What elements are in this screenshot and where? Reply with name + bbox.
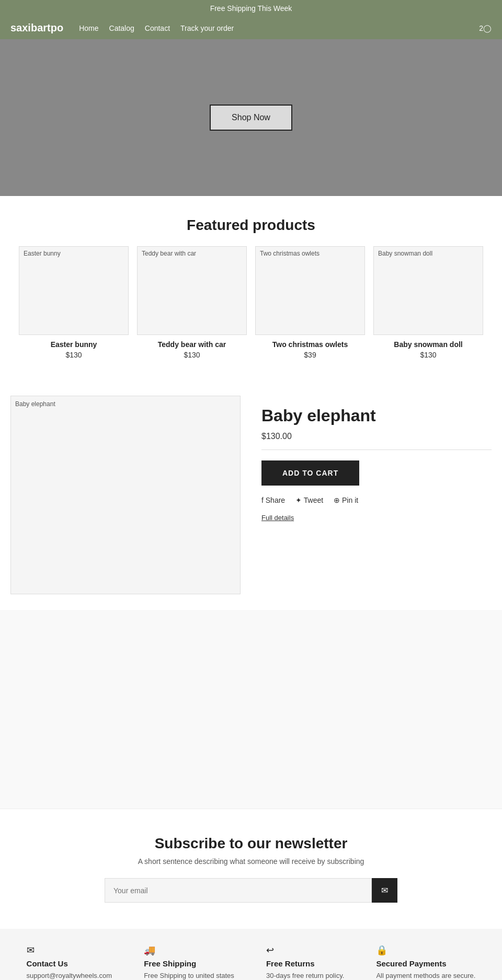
product-name-4: Baby snowman doll	[373, 340, 483, 349]
product-card-3[interactable]: Two christmas owlets Two christmas owlet…	[255, 246, 365, 359]
product-image-4: Baby snowman doll	[373, 246, 483, 335]
product-card-1[interactable]: Easter bunny Easter bunny $130	[19, 246, 129, 359]
share-twitter[interactable]: ✦ Tweet	[295, 496, 323, 504]
nav-links: Home Catalog Contact Track your order	[79, 24, 234, 32]
product-image-1: Easter bunny	[19, 246, 129, 335]
newsletter-submit-button[interactable]: ✉	[372, 878, 397, 903]
product-name-3: Two christmas owlets	[255, 340, 365, 349]
payments-icon: 🔒	[376, 944, 475, 956]
newsletter-email-input[interactable]	[105, 878, 372, 903]
products-grid: Easter bunny Easter bunny $130 Teddy bea…	[10, 246, 492, 359]
product-card-2[interactable]: Teddy bear with car Teddy bear with car …	[137, 246, 247, 359]
newsletter-title: Subscribe to our newsletter	[10, 835, 492, 852]
product-detail-image: Baby elephant	[10, 396, 241, 594]
trust-returns: ↩ Free Returns 30-days free return polic…	[266, 944, 344, 980]
share-pinterest[interactable]: ⊕ Pin it	[334, 496, 358, 504]
nav-link-track[interactable]: Track your order	[180, 24, 234, 32]
product-extra-area	[0, 610, 502, 809]
nav-link-home[interactable]: Home	[79, 24, 98, 32]
nav-cart[interactable]: 2◯	[479, 24, 492, 32]
newsletter-subtitle: A short sentence describing what someone…	[10, 857, 492, 866]
trust-contact-title: Contact Us	[27, 959, 112, 968]
product-detail-section: Baby elephant Baby elephant $130.00 ADD …	[0, 380, 502, 610]
trust-returns-description: 30-days free return policy.	[266, 971, 344, 980]
featured-title: Featured products	[10, 217, 492, 234]
hero-section: Shop Now	[0, 39, 502, 196]
product-name-1: Easter bunny	[19, 340, 129, 349]
trust-contact-description: support@royaltywheels.com	[27, 971, 112, 980]
product-price-3: $39	[255, 351, 365, 359]
nav-link-contact[interactable]: Contact	[145, 24, 170, 32]
trust-contact: ✉ Contact Us support@royaltywheels.com	[27, 944, 112, 980]
product-image-3: Two christmas owlets	[255, 246, 365, 335]
product-detail-image-label: Baby elephant	[15, 400, 55, 408]
product-detail-price: $130.00	[261, 432, 492, 450]
product-price-4: $130	[373, 351, 483, 359]
trust-payments-title: Secured Payments	[376, 959, 475, 968]
trust-section: ✉ Contact Us support@royaltywheels.com 🚚…	[0, 929, 502, 980]
email-submit-icon: ✉	[381, 886, 388, 895]
newsletter-section: Subscribe to our newsletter A short sent…	[0, 809, 502, 929]
product-name-2: Teddy bear with car	[137, 340, 247, 349]
trust-shipping-title: Free Shipping	[144, 959, 234, 968]
newsletter-form: ✉	[105, 878, 397, 903]
top-banner: Free Shipping This Week	[0, 0, 502, 17]
shop-now-button[interactable]: Shop Now	[210, 105, 292, 131]
featured-products-section: Featured products Easter bunny Easter bu…	[0, 196, 502, 380]
trust-returns-title: Free Returns	[266, 959, 344, 968]
add-to-cart-button[interactable]: ADD TO CART	[261, 460, 359, 486]
trust-shipping: 🚚 Free Shipping Free Shipping to united …	[144, 944, 234, 980]
nav: saxibartpo Home Catalog Contact Track yo…	[0, 17, 502, 39]
nav-link-catalog[interactable]: Catalog	[109, 24, 134, 32]
trust-payments-description: All payment methods are secure.	[376, 971, 475, 980]
product-price-1: $130	[19, 351, 129, 359]
shipping-icon: 🚚	[144, 944, 234, 956]
product-image-2: Teddy bear with car	[137, 246, 247, 335]
product-card-4[interactable]: Baby snowman doll Baby snowman doll $130	[373, 246, 483, 359]
product-detail-info: Baby elephant $130.00 ADD TO CART f Shar…	[261, 396, 492, 522]
social-share: f Share ✦ Tweet ⊕ Pin it	[261, 496, 492, 504]
full-details-link[interactable]: Full details	[261, 514, 294, 522]
nav-logo[interactable]: saxibartpo	[10, 22, 63, 34]
top-banner-text: Free Shipping This Week	[210, 4, 292, 13]
contact-icon: ✉	[27, 944, 112, 956]
returns-icon: ↩	[266, 944, 344, 956]
product-price-2: $130	[137, 351, 247, 359]
product-detail-title: Baby elephant	[261, 406, 492, 425]
trust-shipping-description: Free Shipping to united states	[144, 971, 234, 980]
trust-payments: 🔒 Secured Payments All payment methods a…	[376, 944, 475, 980]
share-facebook[interactable]: f Share	[261, 496, 285, 504]
